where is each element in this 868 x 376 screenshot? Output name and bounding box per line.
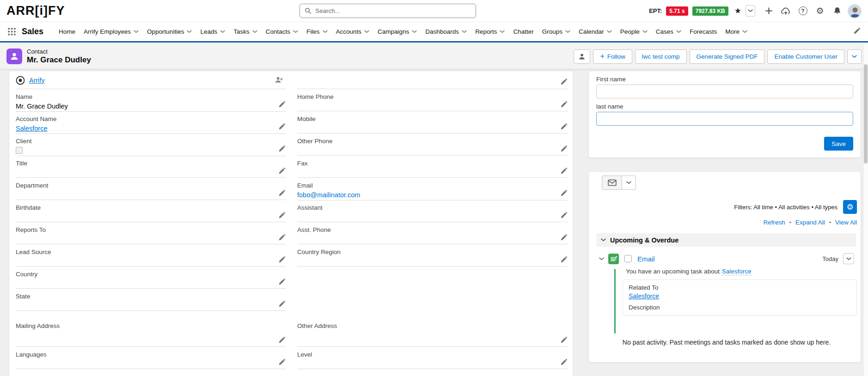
edit-pencil-icon (560, 234, 567, 241)
edit-mobile-button[interactable] (560, 123, 567, 130)
field-level: Level (297, 347, 568, 369)
field-value (297, 146, 568, 156)
edit-pencil-icon (278, 279, 285, 285)
save-button[interactable]: Save (824, 137, 853, 151)
task-complete-checkbox[interactable] (624, 255, 632, 262)
client-checkbox[interactable] (16, 147, 23, 154)
window-scrollbar[interactable] (863, 44, 868, 376)
tab-more[interactable]: More (721, 22, 752, 41)
nav-edit-pencil-icon[interactable] (851, 27, 862, 37)
notifications-bell-icon[interactable] (831, 5, 844, 18)
arrify-record-link[interactable]: Arrify (29, 77, 45, 84)
user-avatar[interactable] (848, 4, 862, 18)
edit-account-name-button[interactable] (278, 123, 285, 130)
favorite-star-icon[interactable]: ★ (734, 7, 741, 15)
favorites-dropdown-button[interactable] (746, 5, 755, 17)
first-name-input[interactable] (596, 85, 853, 98)
lwc-test-comp-button[interactable]: lwc test comp (635, 49, 687, 64)
follow-button[interactable]: + Follow (593, 49, 632, 64)
tab-reports[interactable]: Reports (471, 22, 509, 41)
chevron-down-icon (565, 30, 570, 33)
edit-lead-source-button[interactable] (278, 256, 285, 263)
edit-languages-button[interactable] (278, 358, 285, 366)
edit-country-region-button[interactable] (560, 256, 567, 263)
tab-label: Forecasts (690, 28, 717, 35)
tab-forecasts[interactable]: Forecasts (685, 22, 721, 41)
task-subject-link[interactable]: Email (637, 255, 655, 263)
tab-cases[interactable]: Cases (652, 22, 685, 41)
tab-groups[interactable]: Groups (538, 22, 575, 41)
field-value-link[interactable]: Salesforce (16, 125, 48, 132)
edit-home-phone-button[interactable] (560, 101, 567, 108)
tab-label: More (725, 28, 740, 35)
tab-home[interactable]: Home (55, 22, 79, 41)
edit-pencil-icon (853, 28, 860, 35)
global-search[interactable] (300, 4, 476, 18)
field-title: Title (16, 156, 286, 178)
task-actions-dropdown-button[interactable] (843, 253, 854, 264)
edit-other-phone-button[interactable] (560, 145, 567, 152)
global-header: ARR[i]FY EPT: 5.71 s 7927.83 KB ★ ? ⚙ (0, 0, 868, 22)
tab-leads[interactable]: Leads (196, 22, 229, 41)
tab-people[interactable]: People (616, 22, 652, 41)
setup-gear-icon[interactable]: ⚙ (813, 5, 826, 18)
app-launcher-icon[interactable] (6, 27, 17, 37)
timeline-connector (614, 269, 616, 334)
edit-email-button[interactable] (560, 189, 567, 197)
task-summary-account-link[interactable]: Salesforce (721, 268, 752, 275)
edit-assistant-button[interactable] (560, 212, 567, 219)
edit-asst-phone-button[interactable] (560, 234, 567, 241)
activity-settings-gear-icon[interactable]: ⚙ (843, 200, 857, 214)
scrollbar-thumb[interactable] (864, 64, 868, 164)
field-other-address: Other Address (297, 318, 568, 347)
edit-top-field-button[interactable] (560, 78, 567, 85)
more-actions-dropdown-button[interactable] (847, 49, 862, 64)
tab-calendar[interactable]: Calendar (575, 22, 616, 41)
edit-name-button[interactable] (278, 101, 285, 108)
email-action-button[interactable] (602, 176, 622, 190)
field-mobile: Mobile (297, 111, 568, 133)
user-access-button[interactable] (574, 49, 590, 64)
edit-birthdate-button[interactable] (278, 212, 285, 219)
edit-state-button[interactable] (278, 300, 285, 308)
tab-contacts[interactable]: Contacts (262, 22, 302, 41)
tab-label: Reports (475, 28, 497, 35)
edit-level-button[interactable] (560, 358, 567, 366)
tab-accounts[interactable]: Accounts (332, 22, 374, 41)
field-department: Department (16, 178, 286, 200)
tab-files[interactable]: Files (302, 22, 332, 41)
edit-title-button[interactable] (278, 167, 285, 175)
expand-all-link[interactable]: Expand All (795, 219, 825, 226)
help-icon[interactable]: ? (796, 5, 809, 18)
tab-opportunities[interactable]: Opportunities (143, 22, 196, 41)
tab-campaigns[interactable]: Campaigns (373, 22, 421, 41)
edit-other-address-button[interactable] (560, 336, 567, 344)
generate-signed-pdf-button[interactable]: Generate Signed PDF (690, 49, 765, 64)
task-detail-box: Related To Salesforce Description (623, 279, 857, 315)
tab-dashboards[interactable]: Dashboards (421, 22, 471, 41)
enable-customer-user-button[interactable]: Enable Customer User (767, 49, 844, 64)
composer-dropdown-button[interactable] (622, 176, 636, 190)
tab-arrify-employees[interactable]: Arrify Employees (79, 22, 143, 41)
edit-mailing-address-button[interactable] (278, 336, 285, 344)
cloud-upload-icon[interactable] (779, 5, 792, 18)
tab-tasks[interactable]: Tasks (229, 22, 262, 41)
field-label: Title (16, 160, 286, 167)
refresh-link[interactable]: Refresh (763, 219, 785, 226)
edit-reports-to-button[interactable] (278, 234, 285, 241)
last-name-input[interactable] (596, 112, 853, 126)
related-to-link[interactable]: Salesforce (629, 292, 659, 300)
edit-department-button[interactable] (278, 189, 285, 197)
field-value-link[interactable]: fobo@mailinator.com (297, 191, 360, 199)
upcoming-overdue-section-header[interactable]: Upcoming & Overdue (596, 233, 856, 247)
edit-fax-button[interactable] (560, 167, 567, 175)
tab-chatter[interactable]: Chatter (509, 22, 538, 41)
task-expand-chevron-icon[interactable] (599, 257, 604, 261)
edit-country-button[interactable] (278, 278, 285, 285)
search-input[interactable] (315, 7, 471, 14)
follow-person-icon[interactable] (274, 76, 283, 85)
view-all-link[interactable]: View All (835, 219, 857, 226)
quick-add-icon[interactable] (762, 5, 775, 18)
arrify-logo: ARR[i]FY (6, 4, 65, 18)
edit-client-button[interactable] (278, 145, 285, 152)
